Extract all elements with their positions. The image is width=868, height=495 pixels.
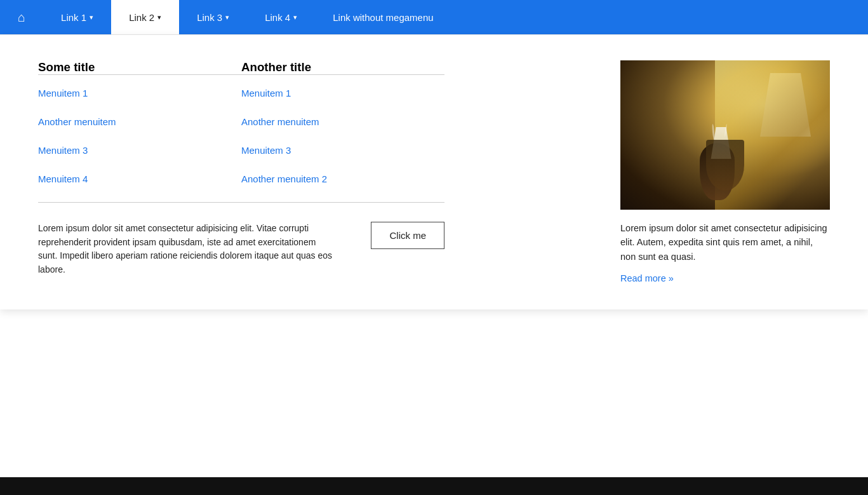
nav-link-2[interactable]: Link 2 ▾ [111,0,179,34]
nav-link-1[interactable]: Link 1 ▾ [43,0,111,34]
home-icon: ⌂ [18,10,25,25]
chevron-down-icon: ▾ [90,13,93,22]
nav-link-no-mega[interactable]: Link without megamenu [315,0,451,34]
nav-link-4[interactable]: Link 4 ▾ [247,0,315,34]
navbar: ⌂ Link 1 ▾ Link 2 ▾ Link 3 ▾ Link 4 ▾ Li… [0,0,868,34]
nav-link-3[interactable]: Link 3 ▾ [179,0,247,34]
chevron-down-icon: ▾ [225,13,229,22]
nav-home-button[interactable]: ⌂ [0,0,43,34]
chevron-down-icon: ▾ [157,13,161,22]
chevron-down-icon: ▾ [293,13,297,22]
